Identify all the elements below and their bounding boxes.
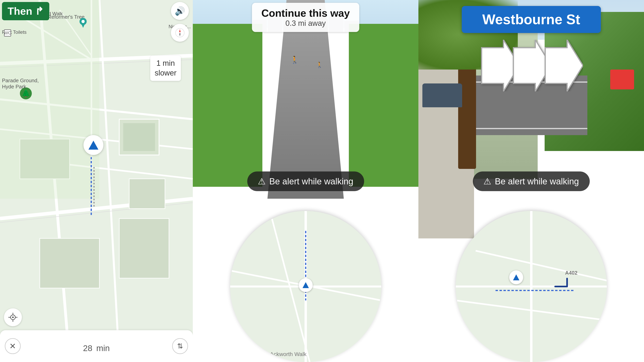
mini-map-svg-right: A402 (456, 211, 607, 362)
then-label: Then (8, 5, 32, 17)
mini-nav-arrow-right (509, 270, 523, 284)
mini-nav-arrow-shape-right (513, 274, 519, 280)
compass-icon (175, 28, 185, 37)
svg-point-27 (12, 317, 14, 318)
mini-map-center: Ackworth Walk (230, 211, 381, 362)
red-bus (610, 69, 634, 89)
park-grass-right (349, 24, 418, 187)
slower-line2: slower (155, 68, 176, 78)
alert-icon-right: ⚠ (484, 176, 491, 186)
svg-text:Ackworth Walk: Ackworth Walk (270, 351, 307, 357)
reformers-tree-pin (80, 18, 87, 29)
svg-rect-14 (123, 123, 155, 151)
arrow-3 (543, 40, 583, 91)
parked-car (422, 83, 462, 107)
svg-point-22 (82, 20, 85, 23)
mini-nav-arrow-center (299, 278, 313, 292)
ar-direction-arrows (480, 40, 583, 91)
bottom-navigation-bar: ✕ 28 min ⇅ (0, 330, 193, 362)
alert-text-right: Be alert while walking (495, 176, 579, 186)
nav-arrow (84, 135, 103, 155)
route-tail (91, 157, 92, 217)
mini-map-inner-right: A402 (456, 211, 607, 362)
alert-text-center: Be alert while walking (269, 176, 353, 186)
sound-button[interactable]: 🔊 (171, 2, 189, 20)
close-navigation-button[interactable]: ✕ (5, 338, 21, 354)
tree-map-icon: 🌲 (20, 87, 32, 99)
time-unit: min (96, 344, 110, 353)
alert-icon-center: ⚠ (258, 176, 266, 186)
time-value: 28 (83, 344, 92, 353)
mini-map-inner-center: Ackworth Walk (230, 211, 381, 362)
svg-marker-21 (81, 23, 85, 28)
street-name-text: Westbourne St (482, 12, 580, 27)
svg-marker-41 (545, 40, 583, 91)
slower-line1: 1 min (155, 58, 176, 68)
slower-tooltip: 1 min slower (150, 56, 181, 81)
close-icon: ✕ (9, 342, 16, 351)
mini-nav-arrow-shape-center (302, 282, 309, 288)
alt-route (94, 167, 94, 207)
park-toilets-icon: WC (4, 29, 11, 36)
route-options-button[interactable]: ⇅ (172, 338, 188, 354)
location-button[interactable] (4, 308, 22, 326)
then-turn-icon: ↱ (35, 5, 44, 17)
alert-badge-right: ⚠ Be alert while walking (473, 171, 590, 191)
compass-button[interactable] (171, 24, 189, 42)
svg-rect-16 (129, 179, 165, 209)
mini-map-right: A402 (456, 211, 607, 362)
location-crosshair-icon (8, 312, 18, 322)
svg-rect-18 (119, 219, 169, 278)
pedestrian-icon-2: 🚶 (316, 62, 323, 68)
nav-arrow-shape (88, 141, 98, 150)
sound-icon: 🔊 (175, 6, 185, 16)
left-map-panel: Reformer's Tree Emma FitzGerald Walk Nic… (0, 0, 193, 362)
continue-banner: Continue this way 0.3 mi away (252, 3, 359, 32)
center-ar-panel: 🚶 🚶 Continue this way 0.3 mi away ⚠ Be a… (193, 0, 418, 362)
alert-badge-center: ⚠ Be alert while walking (247, 171, 364, 191)
eta-display: 28 min (83, 338, 110, 354)
svg-rect-19 (0, 0, 100, 199)
route-options-icon: ⇅ (177, 342, 183, 350)
continue-subtitle: 0.3 mi away (262, 19, 350, 28)
right-ar-panel: Westbourne St ⚠ Be alert while walking (418, 0, 644, 362)
then-button[interactable]: Then ↱ (2, 2, 49, 20)
svg-rect-17 (40, 238, 100, 288)
park-grass-left (193, 24, 262, 187)
pedestrian-icon: 🚶 (290, 56, 299, 64)
street-name-banner: Westbourne St (462, 6, 601, 33)
continue-title: Continue this way (262, 7, 350, 19)
svg-text:A402: A402 (565, 270, 578, 276)
